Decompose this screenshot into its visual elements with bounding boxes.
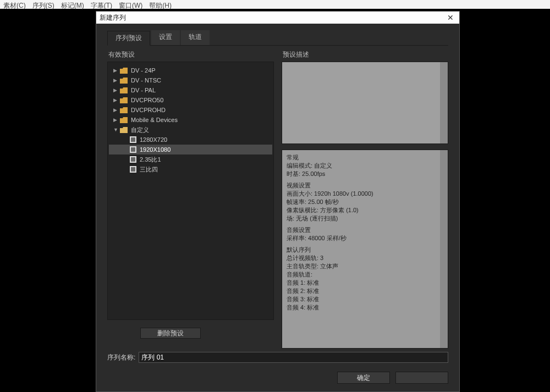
detail-group-title: 常规 (287, 153, 438, 162)
tree-preset[interactable]: 1920X1080 (109, 145, 272, 154)
tree-folder-custom[interactable]: ▼ 自定义 (109, 125, 272, 135)
detail-line: 画面大小: 1920h 1080v (1.0000) (287, 190, 438, 198)
delete-preset-button[interactable]: 删除预设 (140, 328, 201, 339)
tree-preset-label: 1920X1080 (140, 146, 170, 153)
detail-line: 编辑模式: 自定义 (287, 162, 438, 170)
detail-line: 场: 无场 (逐行扫描) (287, 214, 438, 223)
description-area (282, 62, 448, 144)
detail-group-general: 常规 编辑模式: 自定义 时基: 25.00fps (287, 153, 438, 178)
tree-folder[interactable]: ▶ DV - NTSC (109, 75, 272, 85)
new-sequence-dialog: 新建序列 ✕ 序列预设 设置 轨道 有效预设 ▶ DV - 24P ▶ (96, 11, 460, 392)
tree-folder-label: Mobile & Devices (131, 117, 178, 123)
scrollbar[interactable] (440, 62, 448, 143)
tree-folder-label: DV - PAL (131, 87, 156, 93)
dialog-tabs: 序列预设 设置 轨道 (107, 30, 448, 46)
arrow-right-icon: ▶ (113, 97, 119, 103)
detail-line: 主音轨类型: 立体声 (287, 262, 438, 270)
cancel-button[interactable] (395, 372, 448, 384)
tree-preset-label: 2.35比1 (140, 156, 161, 164)
scrollbar[interactable] (440, 150, 448, 348)
close-icon[interactable]: ✕ (445, 13, 456, 22)
arrow-right-icon: ▶ (113, 78, 119, 83)
dialog-title: 新建序列 (100, 13, 126, 23)
tree-folder-label: 自定义 (131, 126, 149, 134)
folder-open-icon (120, 127, 128, 133)
detail-group-title: 视频设置 (287, 181, 438, 190)
folder-icon (120, 87, 128, 93)
svg-rect-3 (131, 147, 135, 152)
ok-button[interactable]: 确定 (337, 372, 390, 384)
sequence-name-label: 序列名称: (107, 353, 135, 362)
detail-line: 总计视频轨: 3 (287, 254, 438, 262)
tree-folder-label: DVCPRO50 (131, 97, 163, 103)
sequence-name-input[interactable] (139, 352, 448, 363)
preset-icon (130, 156, 136, 163)
folder-icon (120, 97, 128, 103)
detail-line: 音频 1: 标准 (287, 279, 438, 287)
presets-label: 有效预设 (108, 50, 274, 59)
detail-line: 音频 3: 标准 (287, 295, 438, 303)
tree-folder-label: DVCPROHD (131, 107, 166, 113)
arrow-down-icon: ▼ (113, 127, 119, 132)
detail-line: 音频 4: 标准 (287, 303, 438, 312)
tree-preset-label: 三比四 (140, 165, 158, 174)
arrow-right-icon: ▶ (113, 107, 119, 113)
tree-preset[interactable]: 1280X720 (109, 135, 272, 145)
svg-rect-5 (131, 157, 135, 162)
arrow-right-icon: ▶ (113, 117, 119, 123)
presets-tree[interactable]: ▶ DV - 24P ▶ DV - NTSC ▶ DV - PAL (107, 62, 274, 320)
tree-folder[interactable]: ▶ Mobile & Devices (109, 115, 272, 125)
sequence-name-row: 序列名称: (107, 352, 448, 363)
detail-line: 帧速率: 25.00 帧/秒 (287, 198, 438, 206)
dialog-titlebar: 新建序列 ✕ (96, 12, 459, 24)
preset-icon (130, 146, 136, 153)
folder-icon (120, 78, 128, 84)
tree-folder-label: DV - NTSC (131, 77, 161, 84)
tab-preset[interactable]: 序列预设 (107, 31, 150, 46)
arrow-right-icon: ▶ (113, 87, 119, 93)
menu-title[interactable]: 字幕(T) (91, 1, 112, 8)
detail-line: 采样率: 48000 采样/秒 (287, 234, 438, 242)
detail-line: 音频轨道: (287, 270, 438, 279)
tab-tracks[interactable]: 轨道 (181, 30, 210, 45)
arrow-right-icon: ▶ (113, 68, 119, 73)
tab-settings[interactable]: 设置 (151, 30, 180, 45)
detail-line: 像素纵横比: 方形像素 (1.0) (287, 206, 438, 214)
description-label: 预设描述 (283, 50, 448, 59)
tree-preset[interactable]: 三比四 (109, 164, 272, 174)
presets-panel: 有效预设 ▶ DV - 24P ▶ DV - NTSC ▶ (107, 49, 274, 349)
tree-preset-label: 1280X720 (140, 136, 167, 143)
svg-rect-1 (131, 137, 135, 142)
folder-icon (120, 107, 128, 113)
detail-line: 时基: 25.00fps (287, 170, 438, 178)
folder-icon (120, 68, 128, 74)
menu-clip[interactable]: 素材(C) (3, 1, 26, 8)
preset-icon (130, 166, 136, 173)
detail-group-video: 视频设置 画面大小: 1920h 1080v (1.0000) 帧速率: 25.… (287, 181, 438, 223)
tree-folder[interactable]: ▶ DVCPRO50 (109, 95, 272, 105)
menubar: 素材(C) 序列(S) 标记(M) 字幕(T) 窗口(W) 帮助(H) (0, 0, 550, 9)
detail-line: 音频 2: 标准 (287, 287, 438, 295)
dialog-body: 序列预设 设置 轨道 有效预设 ▶ DV - 24P ▶ DV - NTSC (96, 24, 459, 391)
description-panel: 预设描述 常规 编辑模式: 自定义 时基: 25.00fps 视频设置 画面大小… (282, 49, 448, 349)
menu-marker[interactable]: 标记(M) (61, 1, 84, 8)
tree-folder-label: DV - 24P (131, 67, 156, 74)
preset-icon (130, 136, 136, 143)
detail-group-title: 音频设置 (287, 226, 438, 234)
tree-folder[interactable]: ▶ DV - 24P (109, 65, 272, 75)
tree-folder[interactable]: ▶ DV - PAL (109, 85, 272, 95)
detail-group-audio: 音频设置 采样率: 48000 采样/秒 (287, 226, 438, 242)
detail-group-default: 默认序列 总计视频轨: 3 主音轨类型: 立体声 音频轨道: 音频 1: 标准 … (287, 246, 438, 312)
detail-group-title: 默认序列 (287, 246, 438, 254)
detail-area: 常规 编辑模式: 自定义 时基: 25.00fps 视频设置 画面大小: 192… (282, 150, 448, 349)
dialog-buttons: 确定 (107, 372, 448, 386)
menu-sequence[interactable]: 序列(S) (32, 1, 54, 8)
menu-help[interactable]: 帮助(H) (149, 1, 172, 8)
svg-rect-7 (131, 167, 135, 172)
menu-window[interactable]: 窗口(W) (119, 1, 142, 8)
folder-icon (120, 117, 128, 123)
tree-folder[interactable]: ▶ DVCPROHD (109, 105, 272, 115)
tree-preset[interactable]: 2.35比1 (109, 154, 272, 164)
